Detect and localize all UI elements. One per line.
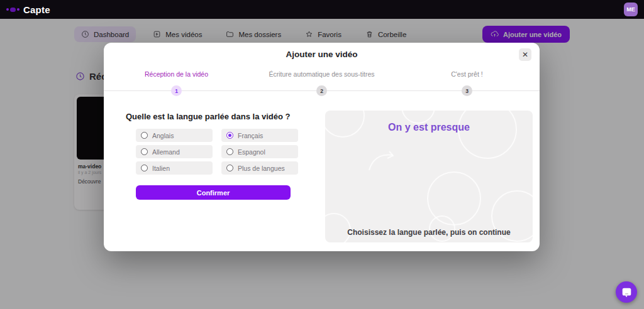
language-label: Anglais <box>152 132 174 139</box>
step-reception: Réception de la vidéo <box>104 70 249 78</box>
language-option-allemand[interactable]: Allemand <box>136 145 213 158</box>
radio-icon <box>141 165 148 171</box>
stepper: Réception de la vidéo Écriture automatiq… <box>104 70 540 78</box>
logo-text: Capte <box>23 4 50 15</box>
step-dot-3: 3 <box>462 85 472 96</box>
side-panel: On y est presque Choisissez la langue pa… <box>325 111 533 242</box>
capte-logo-icon <box>6 8 19 12</box>
chat-widget-button[interactable] <box>616 281 637 303</box>
radio-icon <box>226 165 233 171</box>
radio-icon <box>226 132 233 139</box>
panel-title: On y est presque <box>325 122 533 133</box>
language-option-italien[interactable]: Italien <box>136 161 213 175</box>
language-label: Plus de langues <box>238 165 285 172</box>
close-icon[interactable]: ✕ <box>519 48 531 61</box>
confirm-button[interactable]: Confirmer <box>136 185 291 200</box>
capte-logo[interactable]: Capte <box>6 4 50 15</box>
step-ecriture: Écriture automatique des sous-titres <box>249 70 394 78</box>
step-dot-2: 2 <box>316 85 327 96</box>
language-option-anglais[interactable]: Anglais <box>136 129 213 142</box>
radio-icon <box>141 148 148 155</box>
language-label: Français <box>238 132 263 139</box>
language-label: Espagnol <box>238 148 265 156</box>
step-dot-1: 1 <box>171 85 182 96</box>
language-option-francais[interactable]: Français <box>221 129 298 142</box>
chat-bubble-icon <box>621 287 632 298</box>
language-option-plus-de-langues[interactable]: Plus de langues <box>221 161 298 175</box>
modal-title: Ajouter une vidéo <box>104 43 540 59</box>
language-label: Italien <box>152 165 170 172</box>
user-avatar[interactable]: ME <box>624 3 638 16</box>
language-label: Allemand <box>152 148 180 156</box>
add-video-modal: Ajouter une vidéo ✕ Réception de la vidé… <box>104 43 540 251</box>
language-question: Quelle est la langue parlée dans la vidé… <box>126 112 291 121</box>
panel-caption: Choisissez la langue parlée, puis on con… <box>325 228 533 237</box>
step-label: Réception de la vidéo <box>145 70 208 78</box>
step-label: Écriture automatique des sous-titres <box>269 70 374 78</box>
radio-icon <box>141 132 148 139</box>
language-options: Anglais Français Allemand Espagnol Itali… <box>136 129 298 175</box>
radio-icon <box>226 148 233 155</box>
language-option-espagnol[interactable]: Espagnol <box>221 145 298 158</box>
topbar: Capte ME <box>0 0 644 19</box>
step-label: C'est prêt ! <box>451 70 482 78</box>
step-pret: C'est prêt ! <box>394 70 540 78</box>
